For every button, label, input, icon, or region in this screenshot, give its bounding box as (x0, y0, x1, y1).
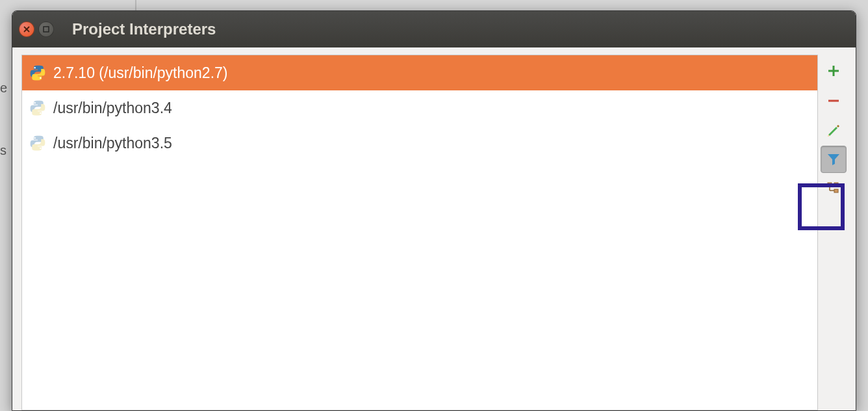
close-window-button[interactable] (19, 21, 34, 37)
show-paths-button[interactable] (819, 173, 848, 203)
svg-rect-13 (834, 183, 838, 186)
dialog-content: 2.7.10 (/usr/bin/python2.7) /usr/bin/pyt… (12, 47, 856, 410)
svg-rect-2 (44, 27, 49, 32)
tree-icon (826, 180, 841, 196)
minus-icon (826, 93, 841, 109)
interpreter-label: 2.7.10 (/usr/bin/python2.7) (53, 64, 228, 82)
filter-button[interactable] (821, 146, 847, 173)
plus-icon (826, 63, 841, 79)
python-icon (29, 64, 47, 82)
svg-point-7 (34, 137, 35, 139)
svg-point-4 (40, 77, 41, 79)
interpreter-item[interactable]: 2.7.10 (/usr/bin/python2.7) (22, 55, 817, 90)
close-icon (23, 25, 31, 33)
interpreter-label: /usr/bin/python3.4 (53, 99, 172, 117)
project-interpreters-dialog: Project Interpreters 2.7.10 (/usr/bin/py… (12, 10, 856, 411)
svg-point-8 (40, 148, 41, 149)
svg-rect-14 (834, 189, 838, 192)
python-icon (29, 99, 47, 117)
window-title: Project Interpreters (72, 20, 216, 38)
interpreter-item[interactable]: /usr/bin/python3.4 (22, 90, 817, 126)
remove-button[interactable] (819, 86, 848, 116)
svg-point-3 (34, 67, 35, 68)
pencil-icon (826, 123, 841, 139)
titlebar[interactable]: Project Interpreters (12, 11, 856, 47)
background-text-fragment: s (0, 143, 6, 158)
svg-point-5 (34, 102, 35, 103)
background-text-fragment: e (0, 81, 7, 96)
interpreter-list[interactable]: 2.7.10 (/usr/bin/python2.7) /usr/bin/pyt… (21, 55, 818, 410)
edit-button[interactable] (819, 116, 848, 146)
svg-rect-12 (828, 183, 832, 186)
add-button[interactable] (819, 56, 848, 86)
minimize-icon (42, 25, 50, 33)
funnel-icon (826, 152, 841, 167)
interpreter-item[interactable]: /usr/bin/python3.5 (22, 126, 817, 161)
python-icon (29, 134, 47, 152)
minimize-window-button[interactable] (38, 21, 54, 37)
interpreter-label: /usr/bin/python3.5 (53, 135, 172, 152)
svg-point-6 (40, 113, 41, 114)
toolbar (818, 55, 849, 410)
